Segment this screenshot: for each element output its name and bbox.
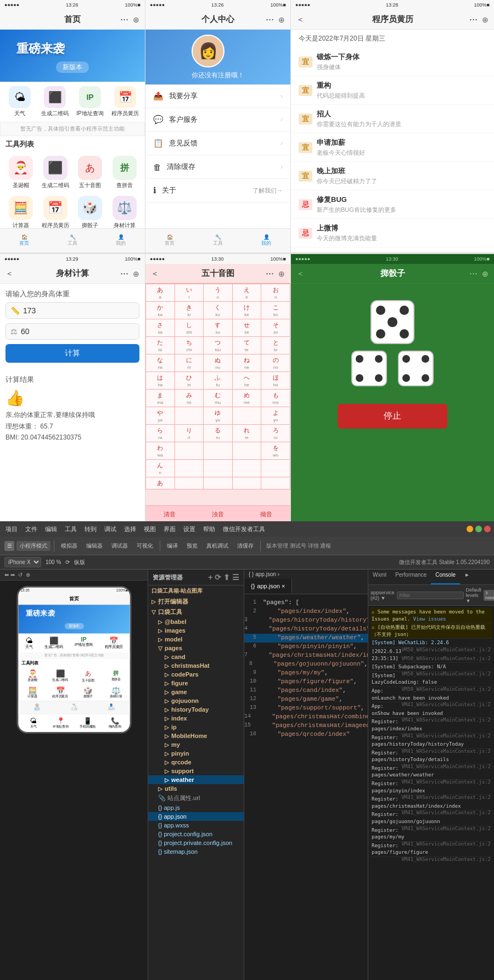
tree-images[interactable]: ▷images bbox=[148, 626, 244, 635]
maximize-btn[interactable] bbox=[475, 526, 482, 532]
more-dots-hira[interactable]: ··· bbox=[266, 268, 274, 279]
tab-console[interactable]: Console bbox=[431, 570, 460, 584]
menu-settings[interactable]: 设置 bbox=[181, 525, 198, 534]
tab-home[interactable]: 🏠 首页 bbox=[19, 234, 29, 247]
tree-model[interactable]: ▷model bbox=[148, 635, 244, 644]
settings-icon-2[interactable]: ⊕ bbox=[278, 15, 285, 24]
tree-site-url[interactable]: 📎 站点属性.url bbox=[148, 793, 244, 803]
tab-mine-2[interactable]: 👤 我的 bbox=[261, 234, 271, 247]
toolbar-compile[interactable]: 编译 bbox=[164, 541, 181, 551]
dakuon-btn[interactable]: 浊音 bbox=[207, 509, 228, 520]
tree-codepars[interactable]: ▷codePars bbox=[148, 670, 244, 679]
tool-christmas[interactable]: 🎅 圣诞帽 bbox=[3, 153, 38, 193]
tool-dice[interactable]: 🎲 掷骰子 bbox=[72, 193, 107, 233]
menu-about[interactable]: ℹ 关于 了解我们→ bbox=[145, 179, 290, 202]
icon-weather[interactable]: 🌤 天气 bbox=[5, 86, 34, 117]
menu-select[interactable]: 选择 bbox=[122, 525, 138, 534]
tree-babel[interactable]: ▷@babel bbox=[148, 617, 244, 626]
tab-tools-2[interactable]: 🔧 工具 bbox=[213, 234, 223, 247]
icon-ip[interactable]: IP IP地址查询 bbox=[76, 86, 104, 117]
back-dice[interactable]: ＜ bbox=[296, 269, 304, 279]
toolbar-editor[interactable]: 编辑器 bbox=[83, 541, 106, 551]
tree-ip[interactable]: ▷ip bbox=[148, 723, 244, 731]
weight-input-row[interactable]: ⚖ 60 bbox=[5, 323, 139, 340]
tree-gojuuonn[interactable]: ▷gojuuonn bbox=[148, 696, 244, 705]
more-dots-1[interactable]: ··· bbox=[120, 14, 128, 25]
tree-open-editor[interactable]: ▷打开编辑器 bbox=[148, 596, 244, 607]
tab-performance[interactable]: Performance bbox=[391, 570, 431, 584]
tree-sitemap[interactable]: {} sitemap.json bbox=[148, 847, 244, 856]
tool-qrcode2[interactable]: ⬛ 生成二维码 bbox=[38, 153, 72, 193]
tree-my[interactable]: ▷my bbox=[148, 740, 244, 749]
tree-mobilehome[interactable]: ▷MobileHome bbox=[148, 731, 244, 740]
more-dots-dice[interactable]: ··· bbox=[469, 268, 478, 279]
menu-wechat-tools[interactable]: 微信开发者工具 bbox=[221, 525, 267, 534]
console-filter-input[interactable] bbox=[397, 592, 464, 599]
toolbar-clear-cache[interactable]: 清缓存 bbox=[234, 541, 257, 551]
height-input-row[interactable]: 📏 173 bbox=[5, 302, 139, 319]
tree-appwxss[interactable]: {} app.wxss bbox=[148, 821, 244, 830]
tool-almanac2[interactable]: 📅 程序员黄历 bbox=[38, 193, 72, 233]
file-tree-actions[interactable]: + ⟳ ⬆ ☰ bbox=[208, 573, 239, 582]
tree-projectconfig[interactable]: {} project.config.json bbox=[148, 830, 244, 838]
tree-figure[interactable]: ▷figure bbox=[148, 679, 244, 688]
toolbar-preview[interactable]: 预览 bbox=[183, 541, 201, 551]
toolbar-real-debug[interactable]: 真机调试 bbox=[203, 541, 232, 551]
orientation-btn[interactable]: 纵版 bbox=[74, 559, 85, 566]
more-dots-bmi[interactable]: ··· bbox=[120, 268, 128, 279]
menu-cache[interactable]: 🗑 清除缓存 › bbox=[145, 155, 290, 179]
mode-selector[interactable]: 小程序模式 bbox=[16, 541, 50, 551]
menu-project[interactable]: 项目 bbox=[3, 525, 20, 534]
menu-goto[interactable]: 转到 bbox=[82, 525, 99, 534]
seion-btn[interactable]: 清音 bbox=[159, 509, 180, 520]
settings-icon-3[interactable]: ⊕ bbox=[482, 15, 489, 24]
tab-more[interactable]: ► bbox=[460, 570, 474, 584]
orientation-icon[interactable]: ⟳ bbox=[65, 559, 70, 565]
tree-index[interactable]: ▷index bbox=[148, 714, 244, 723]
tab-appjson[interactable]: {} app.json × bbox=[244, 579, 292, 594]
back-bmi[interactable]: ＜ bbox=[5, 269, 13, 279]
settings-icon-hira[interactable]: ⊕ bbox=[278, 269, 285, 278]
tab-home-2[interactable]: 🏠 首页 bbox=[165, 234, 175, 247]
tree-weather[interactable]: ▷weather bbox=[148, 775, 244, 784]
tree-pinyin[interactable]: ▷pinyin bbox=[148, 749, 244, 758]
toolbar-visualize[interactable]: 可视化 bbox=[133, 541, 156, 551]
tab-mine[interactable]: 👤 我的 bbox=[116, 234, 126, 247]
toolbar-simulator[interactable]: 模拟器 bbox=[58, 541, 81, 551]
toolbar-debugger[interactable]: 调试器 bbox=[108, 541, 131, 551]
tree-appjs[interactable]: {} app.js bbox=[148, 803, 244, 812]
menu-edit[interactable]: 编辑 bbox=[43, 525, 59, 534]
tab-wxml[interactable]: Wxml bbox=[368, 570, 391, 584]
menu-interface[interactable]: 界面 bbox=[161, 525, 178, 534]
menu-debug[interactable]: 调试 bbox=[102, 525, 119, 534]
tree-projectprivate[interactable]: {} project.private.config.json bbox=[148, 838, 244, 847]
menu-tools[interactable]: 工具 bbox=[63, 525, 79, 534]
youon-btn[interactable]: 拗音 bbox=[256, 509, 277, 520]
tree-cand[interactable]: ▷cand bbox=[148, 652, 244, 661]
back-hira[interactable]: ＜ bbox=[151, 269, 159, 279]
tree-historytoday[interactable]: ▷historyToday bbox=[148, 705, 244, 714]
tree-utils[interactable]: ▷utils bbox=[148, 784, 244, 793]
settings-icon-dice[interactable]: ⊕ bbox=[482, 269, 489, 278]
minimize-btn[interactable] bbox=[467, 526, 473, 532]
tree-christmas[interactable]: ▷christmasHat bbox=[148, 661, 244, 670]
tool-pinyin[interactable]: 拼 查拼音 bbox=[107, 153, 142, 193]
tool-calc[interactable]: 🧮 计算器 bbox=[3, 193, 38, 233]
icon-qrcode[interactable]: ⬛ 生成二维码 bbox=[41, 86, 69, 117]
tree-appjson[interactable]: {} app.json bbox=[148, 812, 244, 821]
more-dots-3[interactable]: ··· bbox=[469, 14, 478, 25]
level-selector[interactable]: Default levels ▼ bbox=[466, 587, 482, 604]
settings-icon-bmi[interactable]: ⊕ bbox=[133, 269, 139, 278]
menu-view[interactable]: 视图 bbox=[142, 525, 158, 534]
menu-feedback[interactable]: 📋 意见反馈 › bbox=[145, 132, 290, 155]
menu-file[interactable]: 文件 bbox=[23, 525, 40, 534]
device-selector[interactable]: iPhone X bbox=[4, 557, 41, 567]
tree-game[interactable]: ▷game bbox=[148, 688, 244, 696]
more-dots-2[interactable]: ··· bbox=[266, 14, 274, 25]
menu-service[interactable]: 💬 客户服务 › bbox=[145, 108, 290, 132]
phone-bar-reload[interactable]: ↺ bbox=[18, 572, 23, 578]
tree-project-root[interactable]: ▽口袋工具 bbox=[148, 607, 244, 617]
settings-icon-1[interactable]: ⊕ bbox=[133, 15, 139, 24]
close-btn[interactable] bbox=[484, 526, 491, 532]
icon-almanac[interactable]: 📅 程序员黄历 bbox=[111, 86, 139, 117]
